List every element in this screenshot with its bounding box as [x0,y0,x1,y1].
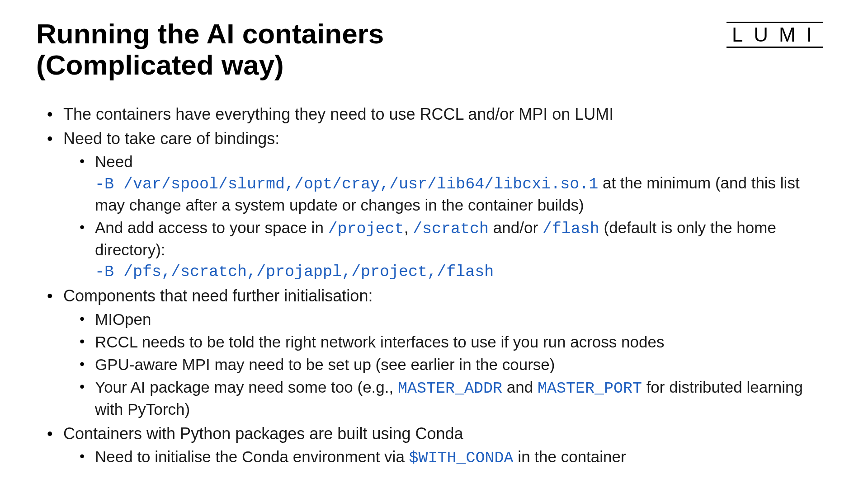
slide: LUMI Running the AI containers (Complica… [0,0,868,488]
bullet-2-sub-2-a: And add access to your space in [95,219,328,236]
title-line-2: (Complicated way) [36,49,284,80]
code-scratch: /scratch [413,220,489,238]
bullet-3-sub-3-text: GPU-aware MPI may need to be set up (see… [95,356,555,373]
bullet-3: Components that need further initialisat… [47,285,832,420]
bullet-3-sub-4-a: Your AI package may need some too (e.g., [95,378,398,396]
bullet-4-sub-1: Need to initialise the Conda environment… [80,446,832,469]
slide-title: Running the AI containers (Complicated w… [36,18,579,81]
code-project: /project [328,220,404,238]
bullet-2-sub-2: And add access to your space in /project… [80,217,832,283]
title-line-1: Running the AI containers [36,18,384,49]
lumi-logo: LUMI [726,22,823,48]
bullet-2-sub-1-code: -B /var/spool/slurmd,/opt/cray,/usr/lib6… [95,175,598,193]
bullet-2-text: Need to take care of bindings: [63,129,279,148]
code-flash: /flash [542,220,599,238]
sep-comma-1: , [404,219,413,236]
bullet-4-text: Containers with Python packages are buil… [63,424,463,443]
bullet-4-sublist: Need to initialise the Conda environment… [80,446,832,469]
bullet-3-text: Components that need further initialisat… [63,286,373,305]
code-with-conda: $WITH_CONDA [409,449,514,467]
code-master-port: MASTER_PORT [538,380,642,398]
bullet-2-sub-1-pre: Need [95,153,133,170]
code-master-addr: MASTER_ADDR [398,380,502,398]
bullet-3-sub-1: MIOpen [80,309,832,330]
bullet-3-sub-4-mid: and [502,378,538,396]
bullet-1: The containers have everything they need… [47,103,832,125]
bullet-2: Need to take care of bindings: Need -B /… [47,128,832,282]
bullet-3-sub-3: GPU-aware MPI may need to be set up (see… [80,354,832,375]
bullet-2-sub-2-code: -B /pfs,/scratch,/projappl,/project,/fla… [95,263,494,281]
bullet-3-sublist: MIOpen RCCL needs to be told the right n… [80,309,832,420]
bullet-list: The containers have everything they need… [47,103,832,469]
bullet-2-sub-1: Need -B /var/spool/slurmd,/opt/cray,/usr… [80,151,832,216]
bullet-4-sub-1-a: Need to initialise the Conda environment… [95,448,409,465]
bullet-4: Containers with Python packages are buil… [47,423,832,469]
bullet-1-text: The containers have everything they need… [63,105,613,123]
bullet-2-sub-2-mid: and/or [489,219,542,236]
bullet-4-sub-1-b: in the container [514,448,626,465]
bullet-3-sub-1-text: MIOpen [95,310,151,328]
bullet-3-sub-2-text: RCCL needs to be told the right network … [95,333,664,351]
bullet-3-sub-2: RCCL needs to be told the right network … [80,332,832,352]
bullet-2-sublist: Need -B /var/spool/slurmd,/opt/cray,/usr… [80,151,832,282]
bullet-3-sub-4: Your AI package may need some too (e.g.,… [80,377,832,420]
